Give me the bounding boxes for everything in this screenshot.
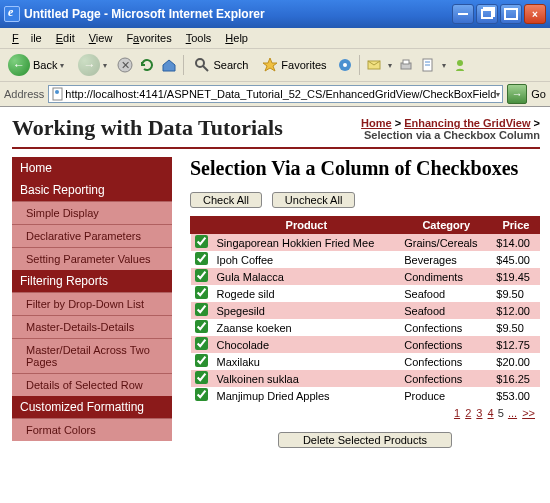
cell-product: Manjimup Dried Apples xyxy=(213,387,401,404)
page-link[interactable]: 1 xyxy=(454,407,460,419)
row-checkbox[interactable] xyxy=(195,388,208,401)
back-button[interactable]: ←Back▾ xyxy=(4,52,68,78)
page-more[interactable]: ... xyxy=(508,407,517,419)
page-next[interactable]: >> xyxy=(522,407,535,419)
col-header: Product xyxy=(213,217,401,234)
cell-category: Seafood xyxy=(400,285,492,302)
nav-sub-3[interactable]: Declarative Parameters xyxy=(12,224,172,247)
address-dropdown[interactable]: ▾ xyxy=(496,90,500,99)
cell-price: $45.00 xyxy=(492,251,539,268)
site-title: Working with Data Tutorials xyxy=(12,115,283,141)
page-link[interactable]: 3 xyxy=(476,407,482,419)
cell-price: $16.25 xyxy=(492,370,539,387)
forward-button[interactable]: →▾ xyxy=(74,52,111,78)
page-content: Working with Data Tutorials Home > Enhan… xyxy=(0,107,550,503)
svg-line-3 xyxy=(203,66,208,71)
col-header xyxy=(191,217,213,234)
cell-product: Chocolade xyxy=(213,336,401,353)
cell-category: Grains/Cereals xyxy=(400,234,492,252)
cell-product: Maxilaku xyxy=(213,353,401,370)
svg-point-5 xyxy=(343,63,347,67)
nav-sub-11[interactable]: Format Colors xyxy=(12,418,172,441)
row-checkbox[interactable] xyxy=(195,235,208,248)
table-row: SpegesildSeafood$12.00 xyxy=(191,302,540,319)
cell-category: Beverages xyxy=(400,251,492,268)
row-checkbox[interactable] xyxy=(195,252,208,265)
table-row: Manjimup Dried ApplesProduce$53.00 xyxy=(191,387,540,404)
products-grid: ProductCategoryPrice Singaporean Hokkien… xyxy=(190,216,540,404)
nav-sub-6[interactable]: Filter by Drop-Down List xyxy=(12,292,172,315)
row-checkbox[interactable] xyxy=(195,354,208,367)
nav-sub-9[interactable]: Details of Selected Row xyxy=(12,373,172,396)
row-checkbox[interactable] xyxy=(195,320,208,333)
cell-price: $19.45 xyxy=(492,268,539,285)
window-title: Untitled Page - Microsoft Internet Explo… xyxy=(24,7,452,21)
cell-product: Singaporean Hokkien Fried Mee xyxy=(213,234,401,252)
mail-icon[interactable] xyxy=(366,57,382,73)
window-titlebar: Untitled Page - Microsoft Internet Explo… xyxy=(0,0,550,28)
cell-product: Zaanse koeken xyxy=(213,319,401,336)
crumb-section[interactable]: Enhancing the GridView xyxy=(404,117,530,129)
page-link[interactable]: 4 xyxy=(488,407,494,419)
go-label: Go xyxy=(531,88,546,100)
ie-icon xyxy=(4,6,20,22)
nav-hdr-5[interactable]: Filtering Reports xyxy=(12,270,172,292)
media-icon[interactable] xyxy=(337,57,353,73)
maximize-button[interactable] xyxy=(500,4,522,24)
row-checkbox[interactable] xyxy=(195,286,208,299)
print-icon[interactable] xyxy=(398,57,414,73)
row-checkbox[interactable] xyxy=(195,303,208,316)
edit-icon[interactable] xyxy=(420,57,436,73)
svg-text:✕: ✕ xyxy=(121,59,130,71)
uncheck-all-button[interactable]: Uncheck All xyxy=(272,192,355,208)
messenger-icon[interactable] xyxy=(452,57,468,73)
nav-hdr-1[interactable]: Basic Reporting xyxy=(12,179,172,201)
cell-price: $9.50 xyxy=(492,319,539,336)
cell-category: Condiments xyxy=(400,268,492,285)
cell-category: Confections xyxy=(400,370,492,387)
cell-price: $12.00 xyxy=(492,302,539,319)
check-all-button[interactable]: Check All xyxy=(190,192,262,208)
nav-hdr-0[interactable]: Home xyxy=(12,157,172,179)
nav-sub-4[interactable]: Setting Parameter Values xyxy=(12,247,172,270)
nav-sub-2[interactable]: Simple Display xyxy=(12,201,172,224)
crumb-home[interactable]: Home xyxy=(361,117,392,129)
search-button[interactable]: Search xyxy=(190,55,252,75)
delete-selected-button[interactable]: Delete Selected Products xyxy=(278,432,452,448)
go-button[interactable]: → xyxy=(507,84,527,104)
toolbar: ←Back▾ →▾ ✕ Search Favorites ▾ ▾ xyxy=(0,49,550,82)
cell-category: Produce xyxy=(400,387,492,404)
cell-price: $12.75 xyxy=(492,336,539,353)
page-link[interactable]: 2 xyxy=(465,407,471,419)
stop-icon[interactable]: ✕ xyxy=(117,57,133,73)
row-checkbox[interactable] xyxy=(195,269,208,282)
nav-sub-8[interactable]: Master/Detail Across Two Pages xyxy=(12,338,172,373)
svg-point-14 xyxy=(55,90,59,94)
address-input[interactable] xyxy=(65,88,496,100)
restore-button[interactable] xyxy=(476,4,498,24)
minimize-button[interactable] xyxy=(452,4,474,24)
page-link: 5 xyxy=(498,407,504,419)
row-checkbox[interactable] xyxy=(195,371,208,384)
table-row: Ipoh CoffeeBeverages$45.00 xyxy=(191,251,540,268)
menu-view[interactable]: View xyxy=(83,30,119,46)
favorites-button[interactable]: Favorites xyxy=(258,55,330,75)
close-button[interactable]: × xyxy=(524,4,546,24)
menu-tools[interactable]: Tools xyxy=(180,30,218,46)
page-heading: Selection Via a Column of Checkboxes xyxy=(190,157,540,180)
menu-favorites[interactable]: Favorites xyxy=(120,30,177,46)
nav-sub-7[interactable]: Master-Details-Details xyxy=(12,315,172,338)
home-icon[interactable] xyxy=(161,57,177,73)
menu-edit[interactable]: Edit xyxy=(50,30,81,46)
address-bar: Address ▾ → Go xyxy=(0,82,550,107)
menu-help[interactable]: Help xyxy=(219,30,254,46)
col-header: Price xyxy=(492,217,539,234)
svg-point-12 xyxy=(457,60,463,66)
cell-product: Ipoh Coffee xyxy=(213,251,401,268)
cell-category: Confections xyxy=(400,319,492,336)
refresh-icon[interactable] xyxy=(139,57,155,73)
menu-file[interactable]: File xyxy=(6,30,48,46)
table-row: Valkoinen suklaaConfections$16.25 xyxy=(191,370,540,387)
nav-hdr-10[interactable]: Customized Formatting xyxy=(12,396,172,418)
row-checkbox[interactable] xyxy=(195,337,208,350)
